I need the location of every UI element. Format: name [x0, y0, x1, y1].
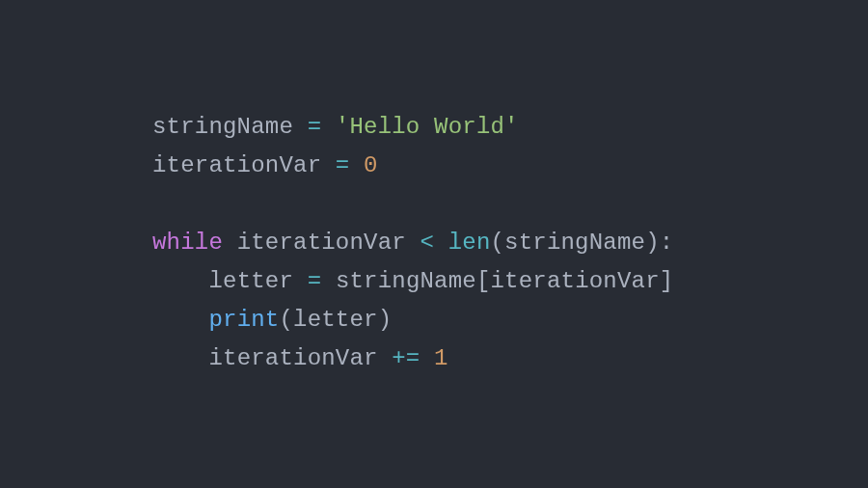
code-token: [434, 230, 448, 256]
code-token: stringName: [336, 268, 476, 294]
code-token: print: [208, 307, 279, 333]
code-token: 0: [364, 152, 378, 178]
code-token: [420, 345, 434, 371]
code-block: stringName = 'Hello World'iterationVar =…: [152, 108, 673, 378]
code-token: [321, 268, 336, 294]
code-line: iterationVar = 0: [152, 147, 673, 185]
code-token: iterationVar: [208, 345, 377, 371]
code-token: +=: [392, 345, 420, 371]
code-token: :: [660, 230, 674, 256]
code-token: while: [152, 230, 223, 256]
code-token: (: [279, 307, 293, 333]
code-token: iterationVar: [152, 152, 321, 178]
code-token: 'Hello World': [336, 114, 519, 140]
code-token: [152, 268, 208, 294]
code-token: (: [491, 230, 505, 256]
code-token: letter: [293, 307, 378, 333]
code-token: [293, 114, 308, 140]
code-token: len: [448, 230, 491, 256]
code-token: [406, 230, 420, 256]
code-token: =: [308, 114, 322, 140]
code-line: print(letter): [152, 301, 673, 339]
code-token: letter: [208, 268, 293, 294]
code-token: [: [476, 268, 491, 294]
code-token: iterationVar: [491, 268, 660, 294]
code-token: ): [378, 307, 393, 333]
code-token: [293, 268, 308, 294]
code-token: [349, 152, 364, 178]
code-line: while iterationVar < len(stringName):: [152, 224, 673, 262]
code-token: stringName: [504, 230, 645, 256]
code-token: [378, 345, 393, 371]
code-line: [152, 185, 673, 224]
code-token: <: [420, 230, 434, 256]
code-token: =: [308, 268, 322, 294]
code-token: [152, 307, 208, 333]
code-token: =: [336, 152, 350, 178]
code-token: [321, 114, 336, 140]
code-token: stringName: [152, 114, 293, 140]
code-line: stringName = 'Hello World': [152, 108, 673, 147]
code-line: letter = stringName[iterationVar]: [152, 262, 673, 301]
code-token: [223, 230, 237, 256]
code-token: 1: [434, 345, 448, 371]
code-token: [321, 152, 336, 178]
code-line: iterationVar += 1: [152, 339, 673, 378]
code-token: iterationVar: [237, 230, 406, 256]
code-token: ): [645, 230, 660, 256]
code-token: ]: [660, 268, 674, 294]
code-token: [152, 345, 208, 371]
